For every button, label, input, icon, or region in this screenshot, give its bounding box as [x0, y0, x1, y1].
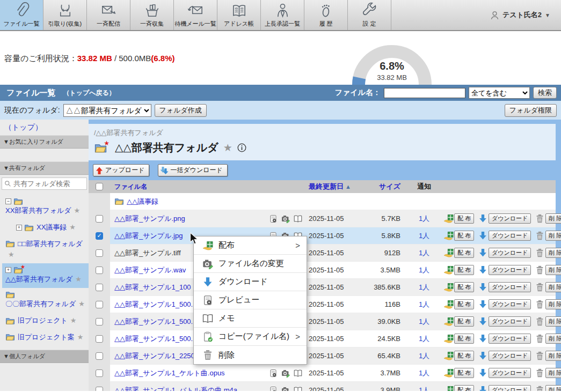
download-button[interactable]: ダウンロード — [478, 265, 531, 275]
row-checkbox[interactable] — [96, 387, 103, 391]
row-checkbox[interactable]: ✓ — [96, 232, 103, 240]
context-menu-item-rename[interactable]: ファイル名の変更 — [194, 255, 307, 273]
search-filter-select[interactable]: 全てを含む — [469, 87, 530, 99]
notify-count-link[interactable]: 1人 — [419, 283, 429, 291]
delete-button[interactable]: 削 除 — [535, 231, 561, 241]
delete-button[interactable]: 削 除 — [535, 316, 561, 327]
distribute-button[interactable]: 配 布 — [443, 299, 474, 309]
tree-expander-icon[interactable]: − — [5, 198, 11, 204]
toolbar-item-wrench[interactable]: 設 定 — [348, 0, 391, 30]
header-size[interactable]: サイズ — [357, 182, 408, 191]
preview-icon[interactable] — [269, 386, 278, 391]
folder-tree-item[interactable]: 旧プロジェクト案★ — [2, 329, 89, 346]
download-button[interactable]: ダウンロード — [478, 248, 531, 258]
distribute-button[interactable]: 配 布 — [443, 368, 474, 378]
row-checkbox[interactable] — [96, 301, 103, 308]
distribute-button[interactable]: 配 布 — [443, 385, 474, 391]
file-name-link[interactable]: △△部署_サンプル1_500. — [114, 300, 193, 309]
file-name-link[interactable]: △△部署_サンプル1_100 — [114, 283, 191, 292]
favorite-star-icon[interactable]: ★ — [77, 332, 84, 343]
preview-icon[interactable] — [269, 369, 278, 378]
context-menu-item-preview[interactable]: プレビュー — [194, 291, 307, 309]
download-button[interactable]: ダウンロード — [478, 282, 531, 292]
header-file-name[interactable]: ファイル名 — [110, 182, 309, 191]
shared-folder-search[interactable] — [2, 177, 87, 190]
favorite-star-icon[interactable]: ★ — [75, 274, 82, 285]
file-name-link[interactable]: △△部署_サンプル1_500. — [114, 317, 193, 327]
download-button[interactable]: ダウンロード — [478, 316, 531, 327]
download-button[interactable]: ダウンロード — [478, 385, 531, 391]
download-button[interactable]: ダウンロード — [478, 299, 531, 309]
delete-button[interactable]: 削 除 — [535, 265, 561, 275]
delete-button[interactable]: 削 除 — [535, 282, 561, 292]
notify-count-link[interactable]: 1人 — [419, 300, 429, 308]
notify-count-link[interactable]: 1人 — [419, 249, 429, 257]
file-name-link[interactable]: △△部署_サンプル.wav — [114, 265, 186, 275]
tree-expander-icon[interactable]: + — [5, 267, 11, 273]
distribute-button[interactable]: 配 布 — [443, 248, 474, 258]
notify-count-link[interactable]: 1人 — [419, 266, 429, 274]
folder-tree-item[interactable]: □□部署共有フォルダ★ — [2, 236, 89, 264]
distribute-button[interactable]: 配 布 — [443, 316, 474, 327]
sidebar-top-link[interactable]: （トップ） — [0, 120, 89, 135]
rename-icon[interactable] — [281, 369, 290, 378]
folder-permission-button[interactable]: フォルダ権限 — [505, 104, 557, 117]
favorite-star-icon[interactable]: ★ — [223, 142, 232, 154]
delete-button[interactable]: 削 除 — [535, 299, 561, 309]
toolbar-item-waiting-mail[interactable]: 待機メール一覧 — [174, 0, 217, 30]
notify-count-link[interactable]: 1人 — [419, 215, 429, 223]
notify-count-link[interactable]: 1人 — [419, 335, 429, 343]
memo-icon[interactable] — [294, 369, 302, 378]
toolbar-item-approval-person[interactable]: 上長承認一覧 — [261, 0, 304, 30]
toolbar-item-collect-box[interactable]: 一斉収集 — [130, 0, 174, 30]
delete-button[interactable]: 削 除 — [535, 368, 561, 378]
folder-link[interactable]: △△議事録 — [127, 197, 158, 206]
context-menu-item-memo[interactable]: メモ — [194, 309, 307, 328]
info-icon[interactable] — [237, 143, 246, 152]
notify-count-link[interactable]: 1人 — [419, 386, 429, 391]
context-menu-item-distribute[interactable]: 配布> — [194, 236, 307, 255]
distribute-button[interactable]: 配 布 — [443, 213, 474, 224]
personal-section-header[interactable]: ▼個人フォルダ — [0, 350, 89, 363]
favorite-star-icon[interactable]: ★ — [78, 299, 85, 310]
memo-icon[interactable] — [294, 215, 302, 223]
upload-button[interactable]: アップロード — [93, 164, 149, 176]
folder-tree-item[interactable]: 旧プロジェクト★ — [2, 313, 89, 329]
row-checkbox[interactable] — [96, 318, 103, 326]
context-menu-item-copy[interactable]: コピー(ファイル名)> — [194, 328, 307, 346]
search-button[interactable]: 検索 — [533, 87, 557, 99]
row-checkbox[interactable] — [96, 335, 103, 343]
folder-tree-item[interactable]: +XX議事録★ — [2, 219, 89, 236]
notify-count-link[interactable]: 1人 — [419, 352, 429, 360]
download-button[interactable]: ダウンロード — [478, 231, 531, 241]
distribute-button[interactable]: 配 布 — [443, 282, 474, 292]
notify-count-link[interactable]: 1人 — [419, 369, 429, 377]
row-checkbox[interactable] — [96, 267, 103, 274]
notify-count-link[interactable]: 1人 — [419, 232, 429, 240]
notify-count-link[interactable]: 1人 — [419, 317, 429, 326]
user-menu[interactable]: テスト氏名2 ▼ — [490, 0, 561, 30]
distribute-button[interactable]: 配 布 — [443, 265, 474, 275]
delete-button[interactable]: 削 除 — [535, 213, 561, 224]
download-button[interactable]: ダウンロード — [478, 368, 531, 378]
folder-tree-item[interactable]: −XX部署共有フォルダ★ — [2, 195, 89, 219]
row-checkbox[interactable] — [96, 284, 103, 291]
toolbar-item-address-book[interactable]: アドレス帳 — [217, 0, 261, 30]
file-name-link[interactable]: △△部署_サンプル1_バトル系の曲.m4a — [114, 386, 237, 391]
file-name-link[interactable]: △△部署_サンプル1_500. — [114, 334, 193, 344]
tree-expander-icon[interactable]: + — [16, 225, 22, 231]
memo-icon[interactable] — [294, 386, 302, 391]
rename-icon[interactable] — [281, 215, 290, 223]
folder-tree-item[interactable]: +★△△部署共有フォルダ★ — [2, 263, 89, 288]
context-menu-item-download[interactable]: ダウンロード — [194, 273, 307, 291]
context-menu-item-trash[interactable]: 削除 — [194, 346, 307, 364]
distribute-button[interactable]: 配 布 — [443, 231, 474, 241]
file-name-link[interactable]: △△部署_サンプル1_2250 — [114, 351, 195, 361]
select-all-checkbox[interactable] — [96, 183, 103, 190]
favorite-star-icon[interactable]: ★ — [69, 222, 76, 233]
delete-button[interactable]: 削 除 — [535, 334, 561, 344]
favorite-star-icon[interactable]: ★ — [8, 249, 14, 261]
row-checkbox[interactable] — [96, 249, 103, 257]
favorites-section-header[interactable]: ▼お気に入りフォルダ — [0, 135, 89, 149]
favorite-star-icon[interactable]: ★ — [70, 315, 77, 327]
